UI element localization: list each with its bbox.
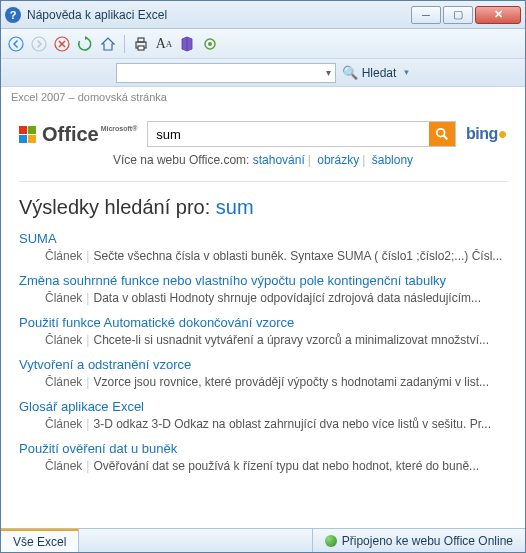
status-bar: Vše Excel Připojeno ke webu Office Onlin… [1, 528, 525, 552]
window-title: Nápověda k aplikaci Excel [27, 8, 409, 22]
back-button[interactable] [7, 35, 25, 53]
link-download[interactable]: stahování [253, 153, 305, 167]
result-meta: Článek|Chcete-li si usnadnit vytváření a… [19, 333, 507, 347]
svg-line-9 [444, 136, 448, 140]
magnifier-icon [435, 127, 449, 141]
office-search-submit[interactable] [429, 122, 455, 146]
home-button[interactable] [99, 35, 117, 53]
microsoft-text: Microsoft® [101, 125, 138, 132]
toolbar: AA [1, 29, 525, 59]
result-title[interactable]: Glosář aplikace Excel [19, 399, 507, 414]
svg-rect-4 [138, 38, 144, 42]
office-logo: Office Microsoft® [19, 123, 137, 146]
minimize-button[interactable]: ─ [411, 6, 441, 24]
search-result: Glosář aplikace ExcelČlánek|3-D odkaz 3-… [19, 399, 507, 431]
bing-logo: bing● [466, 125, 507, 143]
stop-button[interactable] [53, 35, 71, 53]
result-desc: Sečte všechna čísla v oblasti buněk. Syn… [93, 249, 502, 263]
search-result: Změna souhrnné funkce nebo vlastního výp… [19, 273, 507, 305]
heading-prefix: Výsledky hledání pro: [19, 196, 216, 218]
link-templates[interactable]: šablony [372, 153, 413, 167]
result-type: Článek [45, 459, 82, 473]
heading-term: sum [216, 196, 254, 218]
result-meta: Článek|Data v oblasti Hodnoty shrnuje od… [19, 291, 507, 305]
result-meta: Článek|Sečte všechna čísla v oblasti bun… [19, 249, 507, 263]
status-connection-label: Připojeno ke webu Office Online [342, 534, 513, 548]
help-icon: ? [5, 7, 21, 23]
chevron-down-icon: ▼ [402, 68, 410, 77]
result-type: Článek [45, 333, 82, 347]
svg-point-8 [437, 129, 445, 137]
result-meta: Článek|Ověřování dat se používá k řízení… [19, 459, 507, 473]
search-button[interactable]: 🔍 Hledat ▼ [342, 65, 411, 80]
office-search-box [147, 121, 456, 147]
office-search-input[interactable] [148, 127, 429, 142]
result-desc: 3-D odkaz 3-D Odkaz na oblast zahrnující… [93, 417, 491, 431]
content-area: Office Microsoft® bing● Více na webu Off… [1, 107, 525, 527]
status-connection: Připojeno ke webu Office Online [312, 529, 525, 552]
scope-dropdown[interactable]: ▾ [116, 63, 336, 83]
more-prefix: Více na webu Office.com: [113, 153, 250, 167]
svg-rect-5 [138, 46, 144, 50]
refresh-button[interactable] [76, 35, 94, 53]
status-scope[interactable]: Vše Excel [1, 529, 79, 552]
result-desc: Vzorce jsou rovnice, které provádějí výp… [93, 375, 489, 389]
keep-on-top-button[interactable] [201, 35, 219, 53]
result-title[interactable]: Změna souhrnné funkce nebo vlastního výp… [19, 273, 507, 288]
search-toolbar: ▾ 🔍 Hledat ▼ [1, 59, 525, 87]
search-result: Použití ověření dat u buněkČlánek|Ověřov… [19, 441, 507, 473]
result-desc: Chcete-li si usnadnit vytváření a úpravy… [93, 333, 488, 347]
result-type: Článek [45, 417, 82, 431]
svg-point-1 [32, 37, 46, 51]
search-result: SUMAČlánek|Sečte všechna čísla v oblasti… [19, 231, 507, 263]
toc-button[interactable] [178, 35, 196, 53]
titlebar: ? Nápověda k aplikaci Excel ─ ▢ ✕ [1, 1, 525, 29]
result-type: Článek [45, 249, 82, 263]
office-brand-text: Office [42, 123, 99, 146]
results-list: SUMAČlánek|Sečte všechna čísla v oblasti… [19, 231, 507, 473]
divider [19, 181, 507, 182]
search-result: Použití funkce Automatické dokončování v… [19, 315, 507, 347]
globe-icon [325, 535, 337, 547]
maximize-button[interactable]: ▢ [443, 6, 473, 24]
svg-point-7 [208, 42, 212, 46]
more-links: Více na webu Office.com: stahování| obrá… [19, 153, 507, 167]
result-title[interactable]: Použití funkce Automatické dokončování v… [19, 315, 507, 330]
search-result: Vytvoření a odstranění vzorceČlánek|Vzor… [19, 357, 507, 389]
search-label: Hledat [362, 66, 397, 80]
print-button[interactable] [132, 35, 150, 53]
forward-button[interactable] [30, 35, 48, 53]
office-squares-icon [19, 126, 36, 143]
result-meta: Článek|Vzorce jsou rovnice, které provád… [19, 375, 507, 389]
results-heading: Výsledky hledání pro: sum [19, 196, 507, 219]
svg-point-0 [9, 37, 23, 51]
result-type: Článek [45, 375, 82, 389]
font-size-button[interactable]: AA [155, 35, 173, 53]
breadcrumb[interactable]: Excel 2007 – domovská stránka [1, 87, 525, 107]
result-meta: Článek|3-D odkaz 3-D Odkaz na oblast zah… [19, 417, 507, 431]
close-button[interactable]: ✕ [475, 6, 521, 24]
result-title[interactable]: SUMA [19, 231, 507, 246]
search-icon: 🔍 [342, 65, 358, 80]
result-desc: Ověřování dat se používá k řízení typu d… [93, 459, 479, 473]
result-type: Článek [45, 291, 82, 305]
result-title[interactable]: Vytvoření a odstranění vzorce [19, 357, 507, 372]
link-images[interactable]: obrázky [317, 153, 359, 167]
result-desc: Data v oblasti Hodnoty shrnuje odpovídaj… [93, 291, 481, 305]
result-title[interactable]: Použití ověření dat u buněk [19, 441, 507, 456]
